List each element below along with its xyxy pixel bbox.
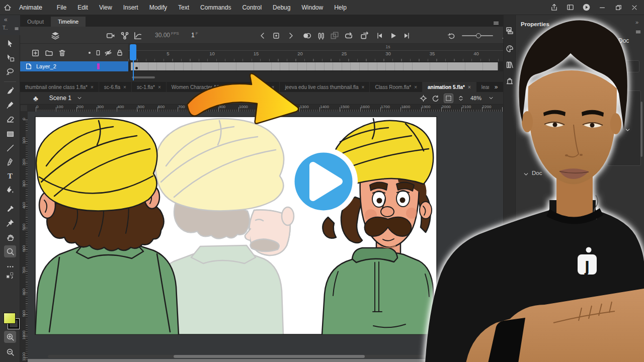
add-camera-icon[interactable]: [106, 31, 116, 41]
scrollbar-thumb[interactable]: [174, 355, 365, 358]
tab-overflow-icon[interactable]: »: [489, 82, 503, 92]
zoom-in-tool[interactable]: [4, 331, 16, 343]
document-tab[interactable]: animation 5.fla* ×: [423, 82, 476, 92]
layer-row[interactable]: Layer_2: [20, 61, 128, 71]
selection-tool[interactable]: [4, 37, 16, 49]
collapse-right-dock-icon[interactable]: »: [635, 19, 638, 25]
menu-item[interactable]: Debug: [267, 0, 296, 15]
collapsed-panel-menu-icon[interactable]: [14, 26, 19, 31]
play-icon[interactable]: [388, 31, 398, 41]
menu-item[interactable]: Commands: [195, 0, 236, 15]
frame-ruler[interactable]: 1s 510152025303540: [128, 44, 503, 61]
reset-timeline-zoom-icon[interactable]: [447, 31, 457, 41]
properties-panel-menu-icon[interactable]: [635, 29, 641, 35]
edit-multiple-frames-icon[interactable]: [330, 31, 340, 41]
menu-item[interactable]: Edit: [72, 0, 94, 15]
media-browser-icon[interactable]: [505, 26, 514, 35]
new-folder-icon[interactable]: [44, 48, 54, 58]
color-panel-icon[interactable]: [505, 44, 514, 53]
timeline-panel-menu-icon[interactable]: [493, 20, 499, 26]
property-chevron-icon[interactable]: [624, 127, 631, 133]
menu-item[interactable]: Control: [236, 0, 267, 15]
layer-depth-icon[interactable]: [133, 31, 143, 41]
zoom-tool[interactable]: [4, 245, 16, 257]
properties-doc-tab[interactable]: Doc: [618, 37, 629, 44]
close-tab-icon[interactable]: ×: [123, 84, 126, 90]
properties-scrollbar[interactable]: [640, 102, 642, 157]
test-movie-icon[interactable]: [580, 2, 593, 13]
insert-keyframe-icon[interactable]: [271, 31, 281, 41]
playhead[interactable]: [130, 44, 136, 60]
timeline-zoom-knob[interactable]: [476, 33, 481, 38]
workspace-icon[interactable]: [564, 2, 577, 13]
layer-parenting-icon[interactable]: [120, 31, 130, 41]
close-tab-icon[interactable]: ×: [468, 84, 471, 90]
close-tab-icon[interactable]: ×: [272, 84, 275, 90]
document-tab[interactable]: Class Room.fla* ×: [370, 82, 423, 92]
close-tab-icon[interactable]: ×: [362, 84, 365, 90]
lasso-tool[interactable]: [4, 65, 16, 77]
show-hide-layers-icon[interactable]: [103, 48, 113, 58]
layer-name[interactable]: Layer_2: [36, 63, 56, 69]
eraser-tool[interactable]: [4, 113, 16, 125]
restore-button[interactable]: [612, 2, 625, 13]
onion-skin-outline-icon[interactable]: [316, 31, 326, 41]
loop-playback-icon[interactable]: [360, 31, 370, 41]
menu-item[interactable]: Text: [173, 0, 195, 15]
timeline-mini-scrollbar[interactable]: [132, 76, 155, 78]
cc-libraries-icon[interactable]: [505, 76, 514, 85]
property-field[interactable]: [604, 60, 639, 72]
paint-bucket-tool[interactable]: [4, 184, 16, 196]
tab-timeline[interactable]: Timeline: [51, 17, 86, 27]
section-chevron-icon[interactable]: [523, 171, 529, 177]
document-tab[interactable]: jeeva edu live class thumbnail.fla ×: [280, 82, 370, 92]
pen-tool[interactable]: [4, 156, 16, 168]
share-icon[interactable]: [547, 2, 560, 13]
document-tab[interactable]: sc-6.fla ×: [99, 82, 132, 92]
timeline-zoom-slider[interactable]: [462, 35, 493, 36]
layer-frames-track[interactable]: [128, 61, 503, 71]
layers-view-icon[interactable]: [50, 31, 60, 41]
menu-item[interactable]: Help: [329, 0, 352, 15]
collapse-dock-icon[interactable]: «: [4, 16, 8, 23]
text-tool[interactable]: T: [4, 170, 16, 182]
menu-item[interactable]: Window: [296, 0, 329, 15]
new-layer-icon[interactable]: [30, 48, 40, 58]
minimize-button[interactable]: [596, 2, 609, 13]
zoom-chevron-icon[interactable]: [488, 95, 494, 101]
fill-color-swatch[interactable]: [4, 313, 16, 324]
classic-brush-tool[interactable]: [4, 99, 16, 111]
tab-output[interactable]: Output: [20, 17, 51, 27]
close-tab-icon[interactable]: ×: [414, 84, 417, 90]
line-tool[interactable]: [4, 142, 16, 154]
clip-content-icon[interactable]: [444, 94, 453, 103]
loop-icon[interactable]: [344, 31, 354, 41]
more-tools-button[interactable]: [4, 260, 16, 273]
menu-item[interactable]: File: [51, 0, 72, 15]
zoom-stepper[interactable]: [458, 95, 464, 102]
document-tab[interactable]: Women Character All Pose JWCAPX01.fla* ×: [167, 82, 280, 92]
outline-layers-icon[interactable]: [93, 48, 103, 58]
document-tab[interactable]: thumbnail online class 1.fla* ×: [20, 82, 99, 92]
previous-keyframe-icon[interactable]: [258, 31, 268, 41]
hand-tool[interactable]: [4, 231, 16, 243]
delete-layer-icon[interactable]: [57, 48, 67, 58]
scene-chevron-icon[interactable]: [76, 95, 83, 101]
home-icon[interactable]: [0, 4, 15, 12]
step-forward-icon[interactable]: [402, 31, 412, 41]
zoom-level-field[interactable]: 48%: [468, 94, 484, 102]
collapsed-panel-tab[interactable]: T..: [3, 25, 8, 31]
center-stage-icon[interactable]: [420, 95, 427, 102]
frame-span[interactable]: [131, 62, 498, 70]
brush-library-icon[interactable]: [505, 60, 514, 69]
document-section-label[interactable]: Doc: [532, 170, 542, 176]
menu-item[interactable]: Modify: [144, 0, 173, 15]
close-button[interactable]: [628, 2, 641, 13]
rectangle-tool[interactable]: [4, 128, 16, 140]
fluid-brush-tool[interactable]: [4, 84, 16, 97]
scene-name[interactable]: Scene 1: [49, 95, 71, 102]
step-back-icon[interactable]: [374, 31, 384, 41]
stage-pasteboard[interactable]: [28, 112, 503, 362]
fps-value[interactable]: 30.00FPS: [155, 31, 179, 39]
onion-skin-icon[interactable]: [302, 31, 312, 41]
